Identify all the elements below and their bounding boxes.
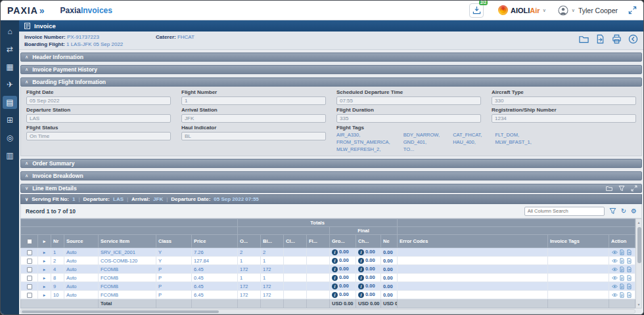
haul-indicator-input[interactable]: BL [181,132,326,140]
col-error-codes[interactable]: Error Codes [398,235,548,248]
cell-service-item[interactable]: FCOMB [99,274,156,282]
filter-icon[interactable] [618,185,625,192]
org-selector[interactable]: AIOLIAir ∨ [498,5,546,15]
sidebar-item-search[interactable]: ◎ [3,131,17,144]
sidebar-item-flights[interactable]: ✈ [3,78,17,91]
user-menu[interactable]: ∨ Tyler Cooper [558,5,618,16]
flight-tag[interactable]: FROM_STN_AMERICA, [336,139,390,145]
filter-icon[interactable] [609,207,616,215]
info-icon[interactable]: i [332,258,338,264]
folder-icon[interactable] [606,185,612,192]
info-icon[interactable]: i [358,266,364,272]
cell-service-item[interactable]: FCOMB [99,282,156,291]
document-icon[interactable] [619,249,625,255]
scrollbar-thumb[interactable] [22,310,219,313]
export-icon[interactable] [626,266,632,272]
scrollbar-thumb[interactable] [637,227,641,263]
col-final[interactable]: Fi... [307,235,330,248]
view-icon[interactable] [612,258,618,264]
row-expand-icon[interactable]: ▸ [43,293,46,297]
flight-tag[interactable]: HAU_400, [453,139,482,145]
fullscreen-icon[interactable] [628,6,637,14]
back-icon[interactable] [628,34,638,44]
col-service-item[interactable]: Service Item [99,235,156,248]
document-icon[interactable] [619,275,625,281]
export-icon[interactable] [626,284,632,289]
document-icon[interactable] [619,284,625,289]
document-icon[interactable] [619,258,625,264]
cell-service-item[interactable]: SRV_ICE_2001 [99,248,156,257]
flight-tag[interactable]: AIR_A330, [336,132,390,138]
section-boarding-flight-information[interactable]: ∧ Boarding Flight Information [20,77,642,87]
serving-flight-bar[interactable]: ∨ Serving Flt No: 1 | Departure: LAS | A… [20,194,642,204]
export-icon[interactable] [626,249,632,255]
expand-icon[interactable] [631,185,637,192]
cell-service-item[interactable]: COS-COMB-120 [99,257,156,265]
view-icon[interactable] [612,266,618,272]
row-checkbox[interactable] [27,267,32,272]
row-checkbox[interactable] [27,284,32,289]
info-icon[interactable]: i [332,249,338,255]
col-gross[interactable]: Gro... [330,235,356,248]
col-nr[interactable]: Nr [51,235,64,248]
row-expand-icon[interactable]: ▸ [43,284,46,289]
info-icon[interactable]: i [358,249,364,255]
info-icon[interactable]: i [358,275,364,281]
row-expand-icon[interactable]: ▸ [43,259,46,263]
section-header-information[interactable]: ∧ Header Information [20,52,642,62]
info-icon[interactable]: i [332,284,338,289]
departure-station-input[interactable]: LAS [26,114,171,123]
info-icon[interactable]: i [332,275,338,281]
row-checkbox[interactable] [27,250,32,255]
vertical-scrollbar[interactable]: ▲ ▼ [635,219,642,308]
flight-number-input[interactable]: 1 [181,96,326,105]
expand-all-icon[interactable]: ▸ [43,239,46,243]
registration-ship-number-input[interactable]: 1234 [492,114,636,123]
info-icon[interactable]: i [358,284,364,289]
view-icon[interactable] [612,284,618,289]
caterer-value[interactable]: FHCAT [177,34,195,40]
table-row[interactable]: ▸ 1 Auto SRV_ICE_2001 Y 7.26 2 2 i0.00 i… [21,248,635,257]
col-net[interactable]: Ne [381,235,398,248]
sidebar-item-payments[interactable]: ⇄ [3,43,17,56]
sidebar-item-home[interactable]: ⌂ [3,25,17,38]
row-expand-icon[interactable]: ▸ [43,250,46,255]
document-icon[interactable] [619,266,625,272]
row-expand-icon[interactable]: ▸ [43,267,46,272]
flight-status-input[interactable]: On Time [26,132,171,140]
col-action[interactable]: Action [609,235,635,248]
flight-tag[interactable]: TO... [403,146,440,152]
folder-icon[interactable] [579,34,589,44]
sidebar-item-reports[interactable]: ▥ [3,149,17,162]
scheduled-departure-time-input[interactable]: 07:55 [336,96,481,105]
row-checkbox[interactable] [27,293,32,298]
col-invoice-tags[interactable]: Invoice Tags [547,235,609,248]
settings-gear-icon[interactable]: ⚙ [631,208,637,215]
info-icon[interactable]: i [358,292,364,298]
col-price[interactable]: Price [192,235,238,248]
sidebar-item-schedule[interactable]: ▦ [3,60,17,74]
section-order-summary[interactable]: ∧ Order Summary [20,159,642,168]
table-row[interactable]: ▸ 2 Auto COS-COMB-120 Y 127.84 1 1 i0.00… [21,257,635,265]
paxia-logo[interactable]: PAXIA » [7,5,43,16]
info-icon[interactable]: i [358,258,364,264]
info-icon[interactable]: i [332,292,338,298]
horizontal-scrollbar[interactable] [20,309,635,314]
cell-service-item[interactable]: FCOMB [99,265,156,274]
row-expand-icon[interactable]: ▸ [43,276,46,280]
flight-tag[interactable]: MLW_BFAST_1, [495,139,531,145]
flight-tag[interactable]: CAT_FHCAT, [453,132,482,138]
sidebar-item-orders[interactable]: ⊞ [3,114,17,127]
flight-tag[interactable]: BDY_NARROW, [403,132,440,138]
flight-tag[interactable]: GND_401, [403,139,440,145]
table-row[interactable]: ▸ 10 Auto FCOMB P 6.45 172 172 i0.00 i0.… [21,291,635,299]
view-icon[interactable] [612,292,618,298]
info-icon[interactable]: i [332,266,338,272]
col-billed[interactable]: Bi... [261,235,284,248]
section-invoice-payment-history[interactable]: ∧ Invoice Payment History [20,65,642,74]
export-icon[interactable] [626,275,632,281]
scroll-up-icon[interactable]: ▲ [636,220,641,224]
sidebar-item-invoices[interactable]: ▤ [3,96,17,109]
invoice-number-value[interactable]: PX-91737223 [67,34,99,40]
select-all-checkbox[interactable] [27,239,32,244]
